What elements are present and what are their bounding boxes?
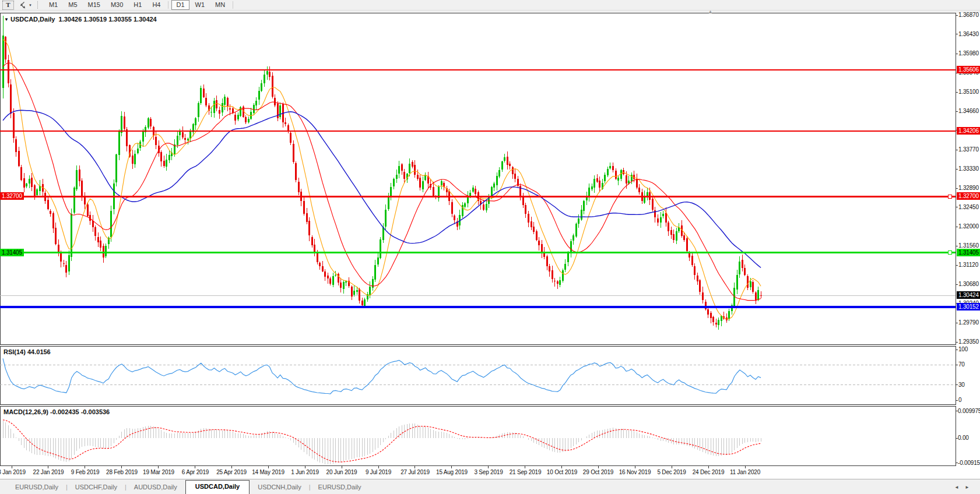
rsi-pane[interactable] (0, 346, 956, 405)
chart-tab-usdcad-active[interactable]: USDCAD,Daily (185, 480, 250, 494)
timeframe-button-m1[interactable]: M1 (44, 0, 62, 10)
timeframe-button-mn[interactable]: MN (210, 0, 230, 10)
timeframe-button-m30[interactable]: M30 (106, 0, 128, 10)
text-tool-button[interactable]: T (2, 1, 14, 10)
toolbar-grip[interactable] (37, 1, 40, 9)
time-axis[interactable] (0, 466, 980, 479)
tab-scroll-right-icon[interactable]: ► (965, 485, 970, 490)
timeframe-button-group: M1M5M15M30H1H4D1W1MN (44, 0, 236, 10)
timeframe-button-h4[interactable]: H4 (147, 0, 165, 10)
macd-pane[interactable] (0, 406, 956, 466)
dropdown-caret-icon[interactable]: ▼ (29, 3, 32, 7)
tab-separator: | (125, 484, 127, 491)
main-chart-pane[interactable] (0, 13, 956, 345)
tab-scroll-left-icon[interactable]: ◄ (954, 485, 959, 490)
toolbar: T ▼ M1M5M15M30H1H4D1W1MN (0, 0, 980, 10)
chart-tab-bar: EURUSD,Daily|USDCHF,Daily|AUDUSD,DailyUS… (0, 479, 980, 494)
chart-tab-audusd[interactable]: AUDUSD,Daily (127, 481, 184, 493)
chart-tab-usdchf[interactable]: USDCHF,Daily (68, 481, 124, 493)
timeframe-button-d1[interactable]: D1 (171, 0, 189, 10)
mt4-window: T ▼ M1M5M15M30H1H4D1W1MN ▼ USDCAD,Daily … (0, 0, 980, 494)
timeframe-button-h1[interactable]: H1 (129, 0, 146, 10)
chart-tab-eurusd[interactable]: EURUSD,Daily (8, 481, 65, 493)
tab-separator: | (66, 484, 68, 491)
tab-separator: | (309, 484, 311, 491)
chart-tabs: EURUSD,Daily|USDCHF,Daily|AUDUSD,DailyUS… (8, 479, 368, 494)
arrows-tool-icon (19, 1, 27, 9)
arrows-tool-button[interactable]: ▼ (19, 1, 32, 9)
text-tool-icon: T (6, 1, 10, 8)
timeframe-button-w1[interactable]: W1 (191, 0, 210, 10)
toolbar-separator (233, 1, 233, 9)
timeframe-button-m15[interactable]: M15 (83, 0, 105, 10)
toolbar-separator (168, 1, 168, 9)
price-axis[interactable] (956, 13, 980, 466)
timeframe-button-m5[interactable]: M5 (64, 0, 82, 10)
chart-tab-eurusd[interactable]: EURUSD,Daily (311, 481, 368, 493)
chart-tab-usdcnh[interactable]: USDCNH,Daily (251, 481, 308, 493)
